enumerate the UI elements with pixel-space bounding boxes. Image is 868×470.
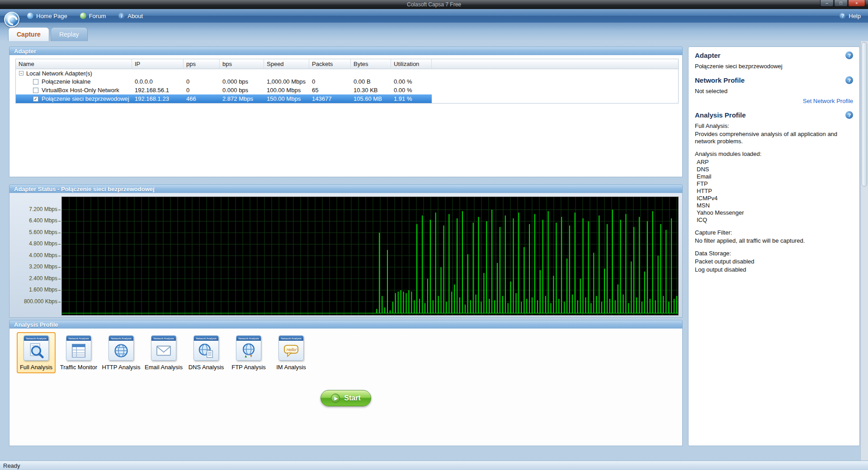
adapter-cell: 466 <box>184 95 220 102</box>
profile-item-http-analysis[interactable]: Network AnalysisHTTP Analysis <box>102 332 141 373</box>
menu-item-label: About <box>127 13 143 19</box>
analysis-modules-list: ARPDNSEmailFTPHTTPICMPv4MSNYahoo Messeng… <box>695 159 853 224</box>
sidebar-section-network-profile: Network Profile ? Not selected Set Netwo… <box>695 76 853 105</box>
analysis-profile-description: Provides comprehensive analysis of all a… <box>695 131 853 145</box>
adapter-section-body: NameIPppsbpsSpeedPacketsBytesUtilization… <box>9 55 683 177</box>
title-bar: Colasoft Capsa 7 Free –□× <box>0 0 868 9</box>
home-icon <box>27 13 33 19</box>
profile-icon-band: Network Analysis <box>151 336 176 341</box>
adapter-cell: 65 <box>309 87 351 94</box>
menu-items: Home PageForumiAbout <box>27 13 143 19</box>
profile-card: Network Analysis <box>108 335 134 361</box>
profile-icon-band: Network Analysis <box>236 336 261 341</box>
adapter-cell: 0.000 bps <box>220 87 264 94</box>
column-header-speed[interactable]: Speed <box>264 59 309 69</box>
column-header-bps[interactable]: bps <box>220 59 264 69</box>
adapter-checkbox[interactable]: ✓ <box>33 96 38 102</box>
analysis-profile-section-title: Analysis Profile <box>14 321 58 328</box>
profile-card: Network Analysis <box>236 335 261 361</box>
data-storage-label: Data Storage: <box>695 250 853 257</box>
adapter-cell: 0 <box>184 78 220 85</box>
capture-filter-value: No filter applied, all traffic will be c… <box>695 237 853 244</box>
ytick-label: 5.600 Mbps <box>9 229 57 235</box>
profile-item-ftp-analysis[interactable]: Network AnalysisFTP Analysis <box>229 332 268 373</box>
analysis-profile-section-body: Network AnalysisFull AnalysisNetwork Ana… <box>9 329 683 446</box>
analysis-module: Email <box>695 173 853 180</box>
set-network-profile-link[interactable]: Set Network Profile <box>695 98 853 105</box>
close-button[interactable]: × <box>848 0 865 7</box>
profile-item-dns-analysis[interactable]: Network AnalysisDNS Analysis <box>187 332 226 373</box>
menu-bar: Home PageForumiAbout ? Help <box>0 9 868 23</box>
im-analysis-icon <box>283 342 300 359</box>
ftp-analysis-icon <box>240 342 257 359</box>
menu-help[interactable]: ? Help <box>840 13 861 19</box>
help-label: Help <box>849 13 861 19</box>
column-header-filler <box>432 59 678 69</box>
start-button-label: Start <box>344 394 360 402</box>
minimize-button[interactable]: – <box>820 0 834 7</box>
profile-card: Network Analysis <box>66 335 91 361</box>
scrollbar-thumb[interactable] <box>862 42 867 187</box>
maximize-button[interactable]: □ <box>834 0 848 7</box>
column-header-pps[interactable]: pps <box>184 59 220 69</box>
profile-icon-band: Network Analysis <box>109 336 133 341</box>
adapter-row-połączenie-sieci-bezprzewodowej[interactable]: ✓Połączenie sieci bezprzewodowej192.168.… <box>16 94 432 103</box>
profile-card: Network Analysis <box>193 335 219 361</box>
profile-item-email-analysis[interactable]: Network AnalysisEmail Analysis <box>144 332 183 373</box>
profile-item-im-analysis[interactable]: Network AnalysisIM Analysis <box>272 332 311 373</box>
email-analysis-icon <box>155 342 172 359</box>
profile-item-traffic-monitor[interactable]: Network AnalysisTraffic Monitor <box>59 332 98 373</box>
network-profile-help-icon[interactable]: ? <box>845 76 853 84</box>
adapter-cell: 0.000 bps <box>220 78 264 85</box>
column-header-packets[interactable]: Packets <box>309 59 351 69</box>
profile-item-label: DNS Analysis <box>189 364 224 371</box>
menu-item-home-page[interactable]: Home Page <box>27 13 67 19</box>
forum-icon <box>80 13 86 19</box>
adapter-status-header: Adapter Status - Połączenie sieci bezprz… <box>9 184 683 193</box>
network-profile-value: Not selected <box>695 88 853 95</box>
column-header-name[interactable]: Name <box>16 59 132 69</box>
sidebar-analysis-profile-heading: Analysis Profile <box>695 112 746 119</box>
window-controls: –□× <box>820 0 865 7</box>
tab-capture[interactable]: Capture <box>8 27 49 41</box>
adapter-cell: 2.872 Mbps <box>220 95 264 102</box>
sidebar-adapter-value: Połączenie sieci bezprzewodowej <box>695 63 853 70</box>
data-storage-line: Packet output disabled <box>695 258 853 265</box>
adapter-name-cell: VirtualBox Host-Only Network <box>16 87 132 94</box>
data-storage-line: Log output disabled <box>695 266 853 273</box>
full-analysis-icon <box>28 342 45 359</box>
column-header-utilization[interactable]: Utilization <box>391 59 432 69</box>
adapter-cell: 0.00 % <box>391 78 432 85</box>
analysis-module: ICMPv4 <box>695 195 853 202</box>
ytick-label: 800.000 Kbps <box>9 298 57 305</box>
adapter-row-połączenie-lokalne[interactable]: Połączenie lokalne0.0.0.000.000 bps1,000… <box>16 77 432 86</box>
profile-list: Network AnalysisFull AnalysisNetwork Ana… <box>17 332 311 373</box>
adapter-cell: 143677 <box>309 95 351 102</box>
menu-item-about[interactable]: iAbout <box>118 13 143 19</box>
menu-item-forum[interactable]: Forum <box>80 13 106 19</box>
adapter-checkbox[interactable] <box>33 79 38 85</box>
window-title: Colasoft Capsa 7 Free <box>407 1 461 8</box>
analysis-profile-help-icon[interactable]: ? <box>845 111 853 119</box>
dns-analysis-icon <box>198 342 215 359</box>
profile-item-full-analysis[interactable]: Network AnalysisFull Analysis <box>17 332 56 373</box>
adapter-cell: 192.168.1.23 <box>132 95 184 102</box>
column-header-ip[interactable]: IP <box>132 59 184 69</box>
play-icon: ▶ <box>331 394 340 403</box>
adapter-cell: 0.00 B <box>351 78 391 85</box>
adapter-row-virtualbox-host-only-network[interactable]: VirtualBox Host-Only Network192.168.56.1… <box>16 86 432 94</box>
adapter-cell: 1,000.00 Mbps <box>264 78 309 85</box>
app-logo-icon[interactable] <box>4 12 19 27</box>
column-header-bytes[interactable]: Bytes <box>351 59 391 69</box>
adapter-help-icon[interactable]: ? <box>845 52 853 59</box>
tab-replay[interactable]: Replay <box>51 27 88 41</box>
collapse-icon[interactable]: − <box>19 71 24 75</box>
adapter-cell: 100.00 Mbps <box>264 87 309 94</box>
adapter-group-row[interactable]: − Local Network Adapter(s) <box>16 69 678 77</box>
adapter-checkbox[interactable] <box>33 88 38 93</box>
right-panel: Adapter ? Połączenie sieci bezprzewodowe… <box>688 47 860 446</box>
start-button[interactable]: ▶ Start <box>321 390 371 406</box>
scrollbar[interactable] <box>860 41 868 461</box>
profile-icon-band: Network Analysis <box>24 336 48 341</box>
about-icon: i <box>118 13 125 19</box>
